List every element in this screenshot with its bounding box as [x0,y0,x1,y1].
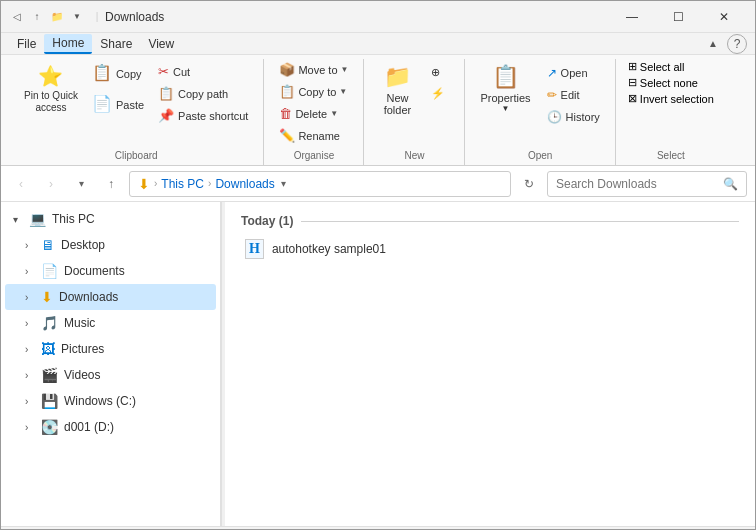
folder-icon-title: 📁 [49,9,65,25]
invert-selection-button[interactable]: ⊠ Invert selection [624,91,718,106]
documents-icon: 📄 [41,263,58,279]
cut-icon: ✂ [158,64,169,79]
address-bar[interactable]: ⬇ › This PC › Downloads ▾ [129,171,511,197]
paste-icon: 📄 [92,94,112,113]
open-button[interactable]: ↗ Open [540,63,607,83]
sidebar-item-desktop[interactable]: › 🖥 Desktop [5,232,216,258]
ribbon-clipboard-group: ⭐ Pin to Quickaccess 📋 Copy 📄 Paste ✂ Cu… [9,59,264,165]
history-icon: 🕒 [547,110,562,124]
new-folder-label: Newfolder [384,92,412,116]
delete-label: Delete [295,108,327,120]
sidebar-item-downloads[interactable]: › ⬇ Downloads [5,284,216,310]
move-to-button[interactable]: 📦 Move to ▼ [272,59,355,80]
this-pc-icon: 💻 [29,211,46,227]
search-input[interactable] [556,177,719,191]
content-area: Today (1) H autohotkey sample01 [225,202,755,526]
dropdown-icon[interactable]: ▼ [69,9,85,25]
menu-view[interactable]: View [140,35,182,53]
select-all-icon: ⊞ [628,60,637,73]
ribbon-collapse-button[interactable]: ▲ [703,34,723,54]
windows-c-label: Windows (C:) [64,394,136,408]
desktop-icon: 🖥 [41,237,55,253]
expand-music-icon: › [25,318,41,329]
cut-button[interactable]: ✂ Cut [151,61,255,82]
delete-button[interactable]: 🗑 Delete ▼ [272,103,355,124]
help-button[interactable]: ? [727,34,747,54]
menu-home[interactable]: Home [44,34,92,54]
edit-button[interactable]: ✏ Edit [540,85,607,105]
documents-label: Documents [64,264,125,278]
new-item-icon: ⊕ [431,66,440,79]
history-button[interactable]: 🕒 History [540,107,607,127]
menu-bar: File Home Share View ▲ ? [1,33,755,55]
new-folder-icon: 📁 [384,64,411,90]
back-button: ‹ [9,172,33,196]
minimize-button[interactable]: — [609,1,655,33]
easy-access-icon: ⚡ [431,87,445,100]
up-nav-icon[interactable]: ↑ [29,9,45,25]
paste-shortcut-button[interactable]: 📌 Paste shortcut [151,105,255,126]
windows-c-icon: 💾 [41,393,58,409]
copy-to-button[interactable]: 📋 Copy to ▼ [272,81,355,102]
file-item-autohotkey[interactable]: H autohotkey sample01 [241,236,739,262]
videos-icon: 🎬 [41,367,58,383]
ribbon-select-group: ⊞ Select all ⊟ Select none ⊠ Invert sele… [616,59,726,165]
title-bar: ◁ ↑ 📁 ▼ | Downloads — ☐ ✕ [1,1,755,33]
title-bar-icons: ◁ ↑ 📁 ▼ | [9,9,105,25]
maximize-button[interactable]: ☐ [655,1,701,33]
new-folder-button[interactable]: 📁 Newfolder [372,59,422,121]
rename-button[interactable]: ✏️ Rename [272,125,355,146]
paste-label: Paste [116,99,144,111]
paste-button[interactable]: 📄 Paste [87,90,149,119]
select-label: Select [624,146,718,161]
sidebar-item-windows-c[interactable]: › 💾 Windows (C:) [5,388,216,414]
expand-downloads-icon: › [25,292,41,303]
address-bar-area: ‹ › ▾ ↑ ⬇ › This PC › Downloads ▾ ↻ 🔍 [1,166,755,202]
select-all-button[interactable]: ⊞ Select all [624,59,689,74]
pin-to-quick-access-button[interactable]: ⭐ Pin to Quickaccess [17,59,85,119]
breadcrumb: ⬇ › This PC › Downloads ▾ [138,176,502,192]
sidebar-item-pictures[interactable]: › 🖼 Pictures [5,336,216,362]
new-item-button[interactable]: ⊕ [424,63,456,82]
sidebar-item-music[interactable]: › 🎵 Music [5,310,216,336]
up-button[interactable]: ↑ [99,172,123,196]
move-to-icon: 📦 [279,62,295,77]
properties-button[interactable]: 📋 Properties ▼ [473,59,537,118]
copy-button[interactable]: 📋 Copy [87,59,149,88]
search-bar[interactable]: 🔍 [547,171,747,197]
move-to-label: Move to [298,64,337,76]
copy-icon: 📋 [92,63,112,82]
open-label: Open [473,146,606,161]
breadcrumb-this-pc[interactable]: This PC [161,177,204,191]
refresh-button[interactable]: ↻ [517,172,541,196]
breadcrumb-downloads[interactable]: Downloads [215,177,274,191]
expand-documents-icon: › [25,266,41,277]
pictures-label: Pictures [61,342,104,356]
new-buttons: 📁 Newfolder ⊕ ⚡ [372,59,456,146]
expand-desktop-icon: › [25,240,41,251]
videos-label: Videos [64,368,100,382]
back-nav-icon[interactable]: ◁ [9,9,25,25]
close-button[interactable]: ✕ [701,1,747,33]
recent-button[interactable]: ▾ [69,172,93,196]
copy-to-label: Copy to [298,86,336,98]
copy-label: Copy [116,68,142,80]
sidebar-item-documents[interactable]: › 📄 Documents [5,258,216,284]
menu-share[interactable]: Share [92,35,140,53]
open-label: Open [561,67,588,79]
copy-path-button[interactable]: 📋 Copy path [151,83,255,104]
sidebar: ▾ 💻 This PC › 🖥 Desktop › 📄 Documents › … [1,202,221,526]
open-icon: ↗ [547,66,557,80]
sidebar-item-videos[interactable]: › 🎬 Videos [5,362,216,388]
pin-label: Pin to Quickaccess [24,90,78,114]
sidebar-item-d001[interactable]: › 💽 d001 (D:) [5,414,216,440]
breadcrumb-download-icon: ⬇ [138,176,150,192]
this-pc-label: This PC [52,212,95,226]
easy-access-button[interactable]: ⚡ [424,84,456,103]
title-bar-title: Downloads [105,10,609,24]
select-none-button[interactable]: ⊟ Select none [624,75,702,90]
invert-label: Invert selection [640,93,714,105]
menu-file[interactable]: File [9,35,44,53]
sidebar-item-this-pc[interactable]: ▾ 💻 This PC [5,206,216,232]
breadcrumb-dropdown[interactable]: ▾ [281,178,286,189]
